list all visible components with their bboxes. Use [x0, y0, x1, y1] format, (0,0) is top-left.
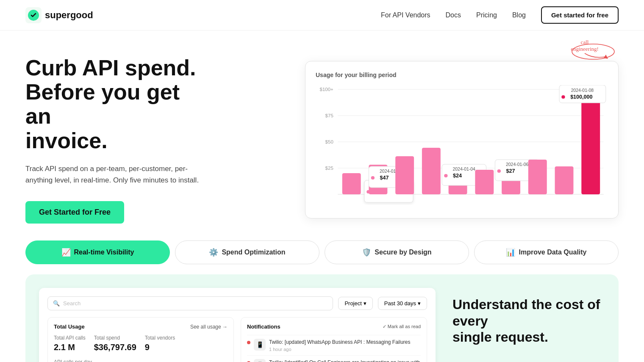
total-usage-card: Total Usage See all usage → Total API ca… — [47, 317, 234, 362]
hero-left: Curb API spend. Before you get an invoic… — [25, 56, 203, 224]
svg-text:2024-01-06: 2024-01-06 — [506, 162, 529, 167]
notif-item-2: 📱 Twilio: [identified] On Call Engineers… — [247, 355, 421, 362]
spend-value: $36,797.69 — [94, 343, 136, 352]
chart-card: Usage for your billing period $100+ $75 … — [305, 61, 619, 218]
notif-icon-1: 📱 — [254, 339, 266, 351]
total-spend-stat: Total spend $36,797.69 — [94, 335, 136, 352]
search-placeholder: Search — [63, 300, 80, 307]
hero-section: Curb API spend. Before you get an invoic… — [0, 30, 644, 240]
chart-svg: $100+ $75 $50 $25 2024-01-01 $30 — [316, 85, 608, 208]
tab-secure-label: Secure by Design — [375, 249, 431, 256]
svg-text:$47: $47 — [380, 175, 389, 181]
hero-heading-line1: Curb API spend. — [25, 55, 196, 80]
svg-rect-39 — [555, 166, 574, 194]
dashboard-top-bar: 🔍 Search Project ▾ Past 30 days ▾ — [47, 296, 427, 310]
project-chevron-icon: ▾ — [364, 300, 366, 307]
spend-icon: ⚙️ — [209, 248, 218, 257]
hero-subtext: Track API spend on a per-team, per-custo… — [25, 163, 203, 186]
date-filter-label: Past 30 days — [384, 300, 416, 307]
navbar: supergood For API Vendors Docs Pricing B… — [0, 0, 644, 30]
notif-item-1: 📱 Twilio: [updated] WhatsApp Business AP… — [247, 335, 421, 355]
svg-rect-30 — [444, 174, 447, 177]
vendors-label: Total vendors — [145, 335, 175, 341]
svg-text:$50: $50 — [325, 139, 333, 144]
date-chevron-icon: ▾ — [418, 300, 421, 307]
logo-link[interactable]: supergood — [25, 7, 93, 23]
svg-rect-15 — [344, 183, 347, 186]
tab-realtime[interactable]: 📈 Real-time Visibility — [25, 240, 170, 264]
notif-time-1: 1 hour ago — [269, 347, 411, 352]
tab-quality-label: Improve Data Quality — [519, 249, 586, 256]
hero-heading-line3: invoice. — [25, 128, 108, 153]
svg-rect-23 — [371, 176, 375, 180]
hero-heading: Curb API spend. Before you get an invoic… — [25, 56, 203, 153]
svg-text:$24: $24 — [453, 173, 462, 179]
nav-cta-button[interactable]: Get started for free — [541, 6, 619, 24]
notif-icon-2: 📱 — [254, 359, 266, 362]
nav-docs[interactable]: Docs — [446, 11, 461, 19]
svg-text:2024-01-08: 2024-01-08 — [571, 88, 594, 93]
notif-header: Notifications ✓ Mark all as read — [247, 323, 421, 330]
total-vendors-stat: Total vendors 9 — [145, 335, 175, 352]
content-heading-line2: single request. — [452, 329, 548, 345]
nav-pricing[interactable]: Pricing — [476, 11, 497, 19]
date-filter[interactable]: Past 30 days ▾ — [378, 297, 427, 310]
total-usage-label: Total Usage — [54, 323, 85, 330]
svg-text:engineering!: engineering! — [571, 46, 599, 52]
dashboard-panel: 🔍 Search Project ▾ Past 30 days ▾ Total … — [39, 288, 436, 362]
project-filter[interactable]: Project ▾ — [338, 297, 372, 310]
notif-text-2: Twilio: [identified] On Call Engineers a… — [269, 359, 421, 362]
notif-content-2: Twilio: [identified] On Call Engineers a… — [269, 359, 421, 362]
nav-api-vendors[interactable]: For API Vendors — [381, 11, 430, 19]
svg-text:$75: $75 — [325, 113, 333, 118]
chart-area: $100+ $75 $50 $25 2024-01-01 $30 — [316, 85, 608, 208]
spend-label: Total spend — [94, 335, 136, 341]
svg-rect-43 — [561, 95, 565, 99]
svg-text:$100+: $100+ — [320, 87, 334, 92]
notif-content-1: Twilio: [updated] WhatsApp Business API … — [269, 339, 411, 352]
secure-icon: 🛡️ — [362, 248, 371, 257]
tab-spend[interactable]: ⚙️ Spend Optimization — [175, 240, 319, 264]
features-tabs: 📈 Real-time Visibility ⚙️ Spend Optimiza… — [0, 240, 644, 274]
content-right-heading: Understand the cost of every single requ… — [452, 296, 605, 345]
notif-dot-1 — [247, 341, 250, 344]
svg-text:$100,000: $100,000 — [570, 94, 592, 100]
search-icon: 🔍 — [53, 300, 60, 307]
content-heading-line1: Understand the cost of every — [452, 297, 600, 328]
svg-rect-32 — [475, 170, 494, 194]
mark-all-read[interactable]: ✓ Mark all as read — [383, 324, 421, 329]
hero-cta-button[interactable]: Get Started for Free — [25, 201, 124, 224]
content-section: 🔍 Search Project ▾ Past 30 days ▾ Total … — [25, 274, 619, 362]
notif-title: Notifications — [247, 323, 280, 330]
dashboard-main-row: Total Usage See all usage → Total API ca… — [47, 317, 427, 362]
svg-text:2024-01-04: 2024-01-04 — [453, 167, 476, 171]
svg-rect-36 — [497, 169, 501, 173]
logo-icon — [25, 7, 42, 23]
realtime-icon: 📈 — [61, 248, 71, 257]
svg-rect-38 — [528, 160, 547, 194]
nav-links: For API Vendors Docs Pricing Blog Get st… — [381, 6, 619, 24]
svg-rect-40 — [581, 89, 600, 194]
svg-rect-25 — [395, 156, 414, 194]
api-calls-per-day-label: API calls per day — [54, 359, 228, 362]
tab-quality[interactable]: 📊 Improve Data Quality — [474, 240, 619, 264]
notif-text-1: Twilio: [updated] WhatsApp Business API … — [269, 339, 411, 346]
tab-spend-label: Spend Optimization — [222, 249, 285, 256]
hero-chart: call engineering! Usage for your billing… — [305, 61, 619, 218]
chart-title: Usage for your billing period — [316, 72, 608, 78]
tab-secure[interactable]: 🛡️ Secure by Design — [325, 240, 469, 264]
project-filter-label: Project — [344, 300, 361, 307]
svg-text:$25: $25 — [325, 166, 333, 171]
chart-annotation: call engineering! — [551, 36, 619, 71]
content-right-panel: Understand the cost of every single requ… — [452, 288, 605, 345]
api-calls-label: Total API calls — [54, 335, 86, 341]
quality-icon: 📊 — [506, 248, 515, 257]
svg-text:$27: $27 — [506, 168, 515, 174]
api-calls-value: 2.1 M — [54, 343, 86, 352]
notifications-card: Notifications ✓ Mark all as read 📱 Twili… — [241, 317, 427, 362]
logo-text: supergood — [45, 10, 93, 21]
see-all-link[interactable]: See all usage → — [190, 324, 228, 330]
search-bar[interactable]: 🔍 Search — [47, 296, 333, 310]
hero-heading-line2: Before you get an — [25, 80, 180, 128]
nav-blog[interactable]: Blog — [512, 11, 526, 19]
